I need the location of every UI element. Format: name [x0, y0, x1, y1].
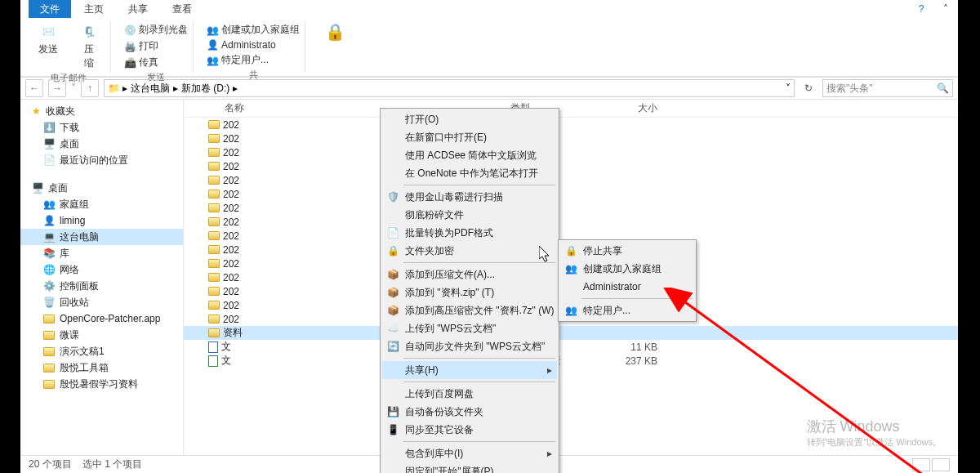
- menu-item[interactable]: 💾自动备份该文件夹: [382, 403, 557, 421]
- breadcrumb[interactable]: 📁 ▸ 这台电脑 ▸ 新加卷 (D:) ▸ ˅: [104, 79, 795, 97]
- crumb-volume[interactable]: 新加卷 (D:): [181, 82, 229, 96]
- file-row[interactable]: 20221 16:45文件夹: [184, 187, 958, 201]
- context-menu: 打开(O)在新窗口中打开(E)使用 ACDSee 简体中文版浏览在 OneNot…: [380, 108, 559, 473]
- folder-icon: [43, 380, 55, 389]
- tab-home[interactable]: 主页: [73, 0, 115, 18]
- nav-summer[interactable]: 殷悦暑假学习资料: [20, 376, 183, 392]
- chevron-right-icon: ▸: [233, 83, 238, 94]
- nav-downloads[interactable]: ⬇️下载: [20, 119, 183, 136]
- nav-libraries[interactable]: 📚库: [20, 245, 183, 261]
- nav-tree[interactable]: ★收藏夹 ⬇️下载 🖥️桌面 📄最近访问的位置 🖥️桌面 👥家庭组 👤limin…: [20, 100, 184, 455]
- submenu-item[interactable]: Administrator: [560, 278, 694, 296]
- library-icon: 📚: [43, 248, 55, 259]
- file-row[interactable]: 20221 15:39文件夹: [184, 118, 958, 132]
- nav-recycle[interactable]: 🗑️回收站: [20, 294, 183, 310]
- specific-user-button[interactable]: 👥特定用户...: [207, 53, 300, 67]
- menu-item[interactable]: 在新窗口中打开(E): [382, 128, 557, 146]
- file-row[interactable]: 资料27 10:31文件夹: [184, 326, 958, 340]
- nav-wechat[interactable]: 微课: [20, 327, 183, 343]
- folder-icon: 📁: [108, 83, 119, 94]
- chevron-right-icon: ▸: [122, 83, 127, 94]
- nav-liming[interactable]: 👤liming: [20, 212, 183, 229]
- file-row[interactable]: 文24 19:05DOC 文档11 KB: [184, 340, 958, 354]
- col-size[interactable]: 大小: [584, 101, 657, 115]
- fax-button[interactable]: 📠传真: [124, 56, 188, 69]
- menu-item[interactable]: 打开(O): [382, 110, 557, 128]
- tab-share[interactable]: 共享: [117, 0, 159, 18]
- file-row[interactable]: 202: [184, 215, 958, 229]
- user-icon: 👤: [43, 215, 55, 226]
- submenu-item[interactable]: 👥特定用户...: [560, 301, 694, 319]
- submenu-item[interactable]: 👥创建或加入家庭组: [560, 260, 694, 278]
- menu-item[interactable]: 在 OneNote 中作为笔记本打开: [382, 164, 557, 182]
- nav-network[interactable]: 🌐网络: [20, 261, 183, 278]
- recent-locations-button[interactable]: ˅: [71, 83, 76, 94]
- nav-ppt[interactable]: 演示文稿1: [20, 343, 183, 359]
- menu-item[interactable]: 使用 ACDSee 简体中文版浏览: [382, 146, 557, 164]
- menu-item[interactable]: 🔄自动同步文件夹到 "WPS云文档": [382, 337, 557, 355]
- file-list-area[interactable]: 名称 类型 大小 20221 15:39文件夹20225 11:58文件夹202…: [184, 100, 958, 455]
- nav-favorites[interactable]: ★收藏夹: [20, 103, 183, 119]
- share-submenu: 🔒停止共享👥创建或加入家庭组Administrator👥特定用户...: [558, 239, 697, 322]
- nav-desktop[interactable]: 🖥️桌面: [20, 136, 183, 152]
- nav-homegroup[interactable]: 👥家庭组: [20, 196, 183, 212]
- menu-item[interactable]: 📦添加到压缩文件(A)...: [382, 266, 557, 283]
- file-row[interactable]: 20211 13:56文件夹: [184, 145, 958, 159]
- file-row[interactable]: 20211 14:35文件夹: [184, 159, 958, 173]
- menu-item[interactable]: 🛡️使用金山毒霸进行扫描: [382, 188, 557, 206]
- forward-button[interactable]: →: [48, 79, 66, 97]
- menu-item[interactable]: 彻底粉碎文件: [382, 206, 557, 224]
- nav-tools[interactable]: 殷悦工具箱: [20, 359, 183, 376]
- menu-item[interactable]: 📱同步至其它设备: [382, 421, 557, 439]
- chevron-up-icon[interactable]: ˄: [933, 0, 958, 18]
- ribbon-tabs: 文件 主页 共享 查看 ? ˄: [20, 0, 958, 18]
- tab-file[interactable]: 文件: [29, 0, 71, 18]
- folder-icon: [43, 315, 55, 324]
- back-button[interactable]: ←: [25, 79, 43, 97]
- file-row[interactable]: 文8 9:02XLS 工作表237 KB: [184, 354, 958, 368]
- burn-button[interactable]: 💿刻录到光盘: [124, 23, 188, 37]
- menu-item[interactable]: 📄批量转换为PDF格式: [382, 224, 557, 242]
- star-icon: ★: [32, 105, 41, 117]
- network-icon: 🌐: [43, 264, 55, 275]
- search-icon: 🔍: [937, 83, 949, 94]
- menu-item[interactable]: 🔒文件夹加密: [382, 242, 557, 260]
- nav-opencore[interactable]: OpenCore-Patcher.app: [20, 310, 183, 327]
- tab-view[interactable]: 查看: [161, 0, 203, 18]
- file-row[interactable]: 20221 16:38文件夹: [184, 201, 958, 215]
- menu-item[interactable]: 固定到"开始"屏幕(P): [382, 462, 557, 473]
- printer-icon: 🖨️: [124, 41, 136, 52]
- menu-item[interactable]: ☁️上传到 "WPS云文档": [382, 319, 557, 337]
- nav-cpanel[interactable]: ⚙️控制面板: [20, 278, 183, 294]
- addr-dropdown-icon[interactable]: ˅: [786, 83, 791, 94]
- nav-thispc[interactable]: 💻这台电脑: [20, 229, 183, 245]
- view-details-button[interactable]: [912, 458, 930, 471]
- submenu-item[interactable]: 🔒停止共享: [560, 242, 694, 260]
- nav-recent[interactable]: 📄最近访问的位置: [20, 152, 183, 168]
- advanced-security-button[interactable]: 🔒: [318, 23, 351, 41]
- file-row[interactable]: 20213 13:23文件夹: [184, 173, 958, 187]
- file-row[interactable]: 20225 11:58文件夹: [184, 132, 958, 145]
- menu-item[interactable]: 共享(H)▸: [382, 361, 557, 379]
- view-icons-button[interactable]: [932, 458, 950, 471]
- column-headers[interactable]: 名称 类型 大小: [184, 100, 958, 118]
- zip-button[interactable]: 🗜️ 压 缩: [73, 23, 105, 70]
- menu-item[interactable]: 📦添加到 "资料.zip" (T): [382, 283, 557, 301]
- menu-item[interactable]: 包含到库中(I)▸: [382, 444, 557, 462]
- recycle-icon: 🗑️: [43, 297, 55, 308]
- search-input[interactable]: 搜索"头条" 🔍: [822, 79, 953, 97]
- zip-icon: 🗜️: [80, 23, 98, 41]
- recent-icon: 📄: [43, 154, 55, 166]
- menu-item[interactable]: 📦添加到高压缩密文件 "资料.7z" (W): [382, 301, 557, 319]
- refresh-button[interactable]: ↻: [800, 79, 817, 97]
- help-icon[interactable]: ?: [909, 0, 933, 18]
- crumb-thispc[interactable]: 这台电脑: [131, 82, 170, 96]
- nav-desktop-hdr[interactable]: 🖥️桌面: [20, 180, 183, 196]
- print-button[interactable]: 🖨️打印: [124, 39, 188, 53]
- send-button[interactable]: ✉️ 发送: [32, 23, 65, 70]
- desktop-icon: 🖥️: [43, 138, 55, 149]
- up-button[interactable]: ↑: [81, 79, 99, 97]
- menu-item[interactable]: 上传到百度网盘: [382, 385, 557, 403]
- admin-button[interactable]: 👤Administrato: [207, 39, 300, 51]
- homegroup-button[interactable]: 👥创建或加入家庭组: [207, 23, 300, 37]
